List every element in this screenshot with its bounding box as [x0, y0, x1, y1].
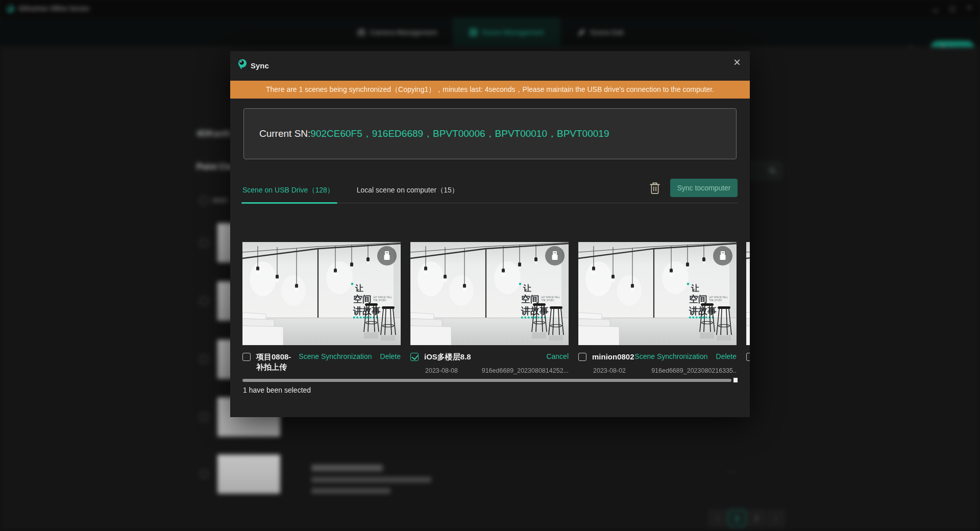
scene-date: 2023-08-08 [425, 367, 458, 374]
app-window: 4DKanKan Offline Version × Camera Manage… [0, 0, 980, 531]
scene-checkbox[interactable] [242, 353, 251, 361]
scene-title: 项目0808-补拍上传 [256, 352, 299, 372]
usb-upload-badge-icon [545, 246, 565, 266]
scene-checkbox[interactable] [410, 353, 419, 361]
scene-card: iOS多楼层8.8 Cancel 2023-08-08 916ed6689_20… [410, 242, 569, 377]
sync-warning-banner: There are 1 scenes being synchronized（Co… [230, 81, 750, 99]
scene-checkbox [746, 353, 750, 361]
close-dialog-icon[interactable]: × [733, 56, 741, 68]
usb-upload-badge-icon [377, 246, 397, 266]
scene-delete-link[interactable]: Delete [380, 352, 401, 360]
scene-source-tabs: Scene on USB Drive（128） Local scene on c… [242, 183, 738, 203]
usb-upload-badge-icon [713, 246, 732, 266]
scene-filename: 916ed6689_2023080216335.. [651, 367, 737, 374]
scene-date: 2023-08-02 [593, 367, 626, 374]
sn-values: 902CE60F5，916ED6689，BPVT00006，BPVT00010，… [310, 127, 609, 140]
trash-icon[interactable] [649, 181, 661, 195]
selected-count-text: 1 have been selected [243, 386, 311, 394]
current-sn-box: Current SN: 902CE60F5，916ED6689，BPVT0000… [243, 108, 737, 159]
scrollbar-end [733, 378, 738, 382]
scene-title: minion0802 [592, 352, 634, 362]
scene-card-list: 项目0808-补拍上传 Scene Synchronization Delete [242, 242, 750, 377]
tab-local-scenes[interactable]: Local scene on computer（15） [357, 183, 459, 203]
scene-card: minion0802 Scene Synchronization Delete … [578, 242, 737, 377]
dialog-title: Sync [251, 61, 269, 70]
scene-filename: 916ed6689_2023080814252... [482, 367, 569, 374]
scene-checkbox[interactable] [578, 353, 586, 361]
scene-delete-link[interactable]: Delete [716, 352, 737, 360]
sn-label: Current SN: [259, 128, 310, 139]
scene-sync-link[interactable]: Scene Synchronization [299, 352, 372, 360]
sync-to-computer-button[interactable]: Sync tocomputer [670, 179, 738, 197]
dialog-logo-icon [237, 59, 248, 70]
scene-card-partial [746, 242, 750, 377]
scene-sync-link[interactable]: Scene Synchronization [634, 352, 707, 360]
scene-thumbnail[interactable] [578, 242, 737, 345]
scrollbar-thumb[interactable] [242, 379, 731, 382]
scene-title: iOS多楼层8.8 [424, 352, 471, 362]
sync-dialog: Sync × There are 1 scenes being synchron… [230, 51, 750, 417]
scene-thumbnail[interactable] [410, 242, 569, 345]
scene-thumbnail[interactable] [242, 242, 401, 345]
scene-cancel-link[interactable]: Cancel [546, 352, 569, 360]
tab-usb-scenes[interactable]: Scene on USB Drive（128） [242, 183, 334, 203]
scene-card: 项目0808-补拍上传 Scene Synchronization Delete [242, 242, 401, 377]
horizontal-scrollbar [242, 378, 738, 382]
